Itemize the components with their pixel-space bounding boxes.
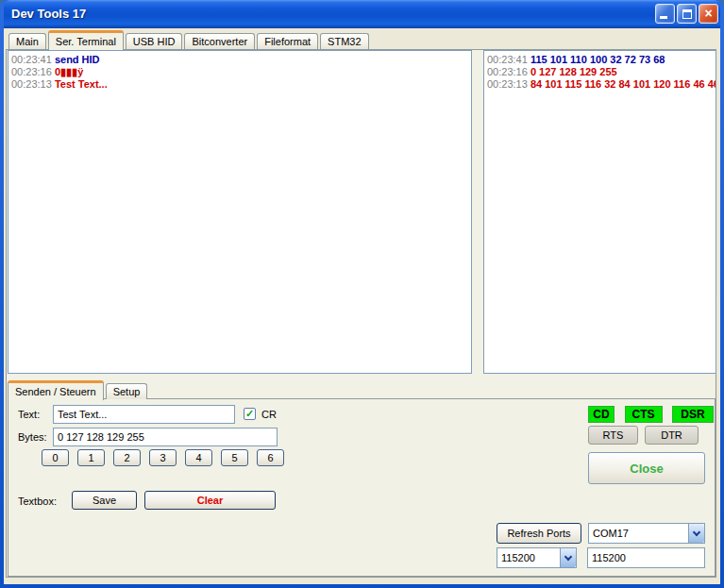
client-area: Main Ser. Terminal USB HID Bitconverter … [4, 28, 720, 584]
main-tabstrip: Main Ser. Terminal USB HID Bitconverter … [8, 30, 371, 49]
preset-button-2[interactable]: 2 [113, 449, 141, 466]
log-message: Test Text... [55, 78, 108, 90]
close-button[interactable]: × [699, 4, 718, 24]
dsr-indicator: DSR [672, 406, 714, 423]
bytes-input[interactable] [53, 428, 278, 446]
log-line: 00:23:13 Test Text... [11, 78, 468, 91]
window-title: Dev Tools 17 [11, 7, 86, 21]
log-message: 115 101 110 100 32 72 73 68 [530, 54, 665, 65]
rts-button[interactable]: RTS [588, 426, 638, 445]
tab-ser-terminal[interactable]: Ser. Terminal [48, 30, 124, 50]
log-timestamp: 00:23:16 [11, 66, 52, 77]
log-line: 00:23:16 0▮▮▮ÿ [11, 66, 468, 78]
log-line: 00:23:16 0 127 128 129 255 [487, 66, 713, 78]
tab-setup[interactable]: Setup [106, 383, 148, 399]
log-timestamp: 00:23:13 [11, 78, 52, 90]
tab-stm32[interactable]: STM32 [320, 33, 368, 49]
text-field-label: Text: [18, 409, 40, 420]
cr-checkbox-label: CR [261, 409, 277, 420]
text-input[interactable] [53, 405, 235, 424]
tab-main[interactable]: Main [8, 33, 46, 49]
tab-bitconverter[interactable]: Bitconverter [184, 33, 255, 49]
log-timestamp: 00:23:41 [487, 54, 528, 65]
refresh-ports-button[interactable]: Refresh Ports [497, 523, 581, 544]
text-log-area[interactable]: 00:23:41 send HID 00:23:16 0▮▮▮ÿ 00:23:1… [8, 50, 472, 374]
serial-terminal-page: 00:23:41 send HID 00:23:16 0▮▮▮ÿ 00:23:1… [6, 49, 716, 578]
com-port-value: COM17 [593, 528, 629, 539]
preset-button-6[interactable]: 6 [257, 449, 284, 466]
log-timestamp: 00:23:41 [11, 54, 52, 65]
checkmark-icon: ✓ [245, 408, 254, 419]
log-line: 00:23:41 send HID [11, 54, 468, 66]
bytes-log-area[interactable]: 00:23:41 115 101 110 100 32 72 73 68 00:… [483, 50, 716, 374]
close-icon: × [699, 6, 717, 21]
modem-status-row: CD CTS DSR [588, 406, 714, 423]
minimize-icon [660, 16, 667, 19]
tab-senden-steuern[interactable]: Senden / Steuern [8, 380, 104, 400]
dtr-button[interactable]: DTR [645, 426, 699, 445]
preset-button-3[interactable]: 3 [149, 449, 177, 466]
baud-rate-select[interactable]: 115200 [497, 547, 577, 568]
preset-button-1[interactable]: 1 [77, 449, 105, 466]
baud-rate-input[interactable] [587, 547, 705, 568]
log-line: 00:23:13 84 101 115 116 32 84 101 120 11… [487, 78, 713, 91]
save-button[interactable]: Save [72, 491, 137, 510]
bytes-field-label: Bytes: [18, 431, 47, 443]
preset-button-5[interactable]: 5 [221, 449, 248, 466]
send-tabstrip: Senden / Steuern Setup [8, 380, 149, 399]
cts-indicator: CTS [625, 406, 663, 423]
log-timestamp: 00:23:13 [487, 78, 528, 90]
cd-indicator: CD [588, 406, 615, 423]
titlebar-buttons: × [655, 4, 718, 24]
app-window: Dev Tools 17 × Main Ser. Terminal USB HI… [0, 0, 724, 588]
chevron-down-icon[interactable] [688, 524, 704, 543]
preset-button-0[interactable]: 0 [42, 449, 69, 466]
clear-button[interactable]: Clear [144, 491, 276, 510]
tab-usb-hid[interactable]: USB HID [126, 33, 183, 49]
log-message: send HID [55, 54, 100, 65]
chevron-down-icon[interactable] [560, 548, 576, 567]
titlebar[interactable]: Dev Tools 17 × [4, 0, 720, 28]
log-message: 84 101 115 116 32 84 101 120 116 46 46 4… [530, 78, 716, 90]
log-line: 00:23:41 115 101 110 100 32 72 73 68 [487, 54, 713, 66]
cr-checkbox[interactable]: ✓ [244, 408, 256, 420]
minimize-button[interactable] [655, 4, 675, 24]
com-port-select[interactable]: COM17 [588, 523, 705, 544]
senden-steuern-page: Text: ✓ CR Bytes: 0 1 2 3 4 5 6 Textbo [8, 398, 716, 577]
log-message: 0 127 128 129 255 [530, 66, 617, 77]
baud-rate-value: 115200 [501, 552, 535, 563]
textbox-label: Textbox: [18, 496, 57, 507]
close-port-button[interactable]: Close [588, 452, 705, 484]
maximize-button[interactable] [677, 4, 697, 24]
tab-fileformat[interactable]: Fileformat [257, 33, 318, 49]
log-message: 0▮▮▮ÿ [55, 66, 83, 77]
preset-button-4[interactable]: 4 [185, 449, 212, 466]
log-timestamp: 00:23:16 [487, 66, 528, 77]
preset-buttons-row: 0 1 2 3 4 5 6 [42, 449, 284, 466]
maximize-icon [682, 9, 692, 19]
